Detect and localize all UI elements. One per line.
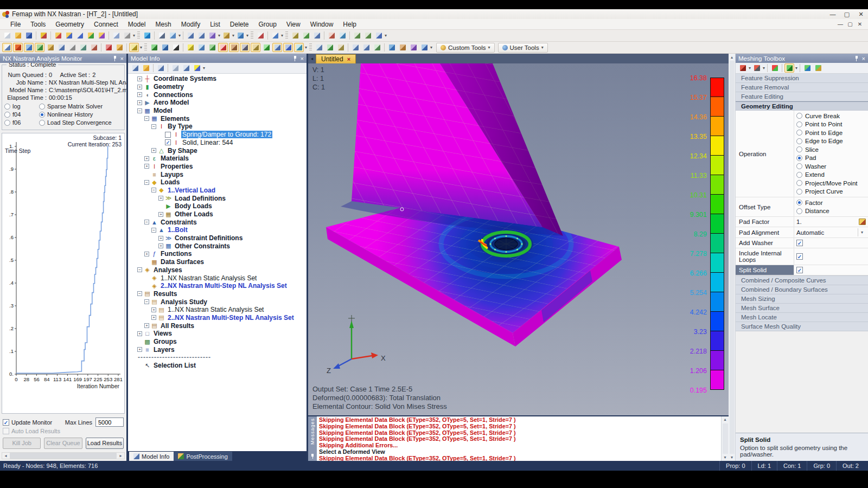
chevron-down-icon[interactable]: ▾: [385, 33, 387, 38]
tree-item[interactable]: ▩Groups: [128, 338, 307, 346]
kill-job-button[interactable]: Kill Job: [3, 438, 41, 449]
menu-mesh[interactable]: Mesh: [150, 20, 176, 29]
close-icon[interactable]: ×: [301, 56, 304, 61]
operation-option-washer[interactable]: Washer: [796, 162, 866, 171]
snap-grid-icon[interactable]: [312, 31, 322, 40]
tree-expander-icon[interactable]: +: [137, 100, 142, 105]
tree-item[interactable]: −IBy Type: [128, 123, 307, 131]
pane-program-icon[interactable]: [114, 43, 124, 52]
show-labels-icon[interactable]: [171, 43, 181, 52]
operation-option-extend[interactable]: Extend: [796, 171, 866, 179]
group-create-icon[interactable]: [352, 31, 362, 40]
menu-tools[interactable]: Tools: [25, 20, 50, 29]
tree-item[interactable]: ISpring/Damper to Ground: 172: [128, 131, 307, 139]
menu-delete[interactable]: Delete: [225, 20, 254, 29]
chevron-down-icon[interactable]: ▾: [858, 228, 866, 236]
pane-api-icon[interactable]: [104, 43, 113, 52]
tree-item[interactable]: −▦Model: [128, 107, 307, 115]
tree-expander-icon[interactable]: +: [158, 196, 163, 201]
user-tools-button[interactable]: User Tools ▾: [498, 43, 548, 53]
draw-solid-icon[interactable]: [229, 43, 239, 52]
view-style-icon[interactable]: [221, 31, 231, 40]
menu-list[interactable]: List: [205, 20, 225, 29]
import-model-icon[interactable]: [75, 31, 85, 40]
tree-expander-icon[interactable]: +: [137, 85, 142, 89]
show-entities-icon[interactable]: [149, 43, 159, 52]
pad-alignment-select[interactable]: Automatic▾: [794, 227, 868, 237]
section-combined-boundary-surfaces[interactable]: Combined / Boundary Surfaces: [736, 285, 868, 294]
scroll-right-icon[interactable]: ▸: [117, 453, 124, 458]
draw-csys-icon[interactable]: [261, 43, 271, 52]
mdi-close-icon[interactable]: ✕: [855, 21, 865, 27]
section-feature-editing[interactable]: Feature Editing: [736, 92, 868, 101]
pane-data-table-icon[interactable]: [24, 43, 34, 52]
pane-entity-editor-icon[interactable]: [67, 43, 77, 52]
tab-close-icon[interactable]: ×: [347, 56, 350, 62]
toolbox-export-icon[interactable]: [813, 63, 823, 73]
section-mesh-surface[interactable]: Mesh Surface: [736, 304, 868, 313]
pick-normal-icon[interactable]: [256, 31, 265, 40]
tree-item[interactable]: −◈Analyses: [128, 266, 307, 274]
radio-f06[interactable]: [4, 120, 10, 126]
toolbar-grip[interactable]: [144, 43, 147, 52]
pin-icon[interactable]: [113, 56, 117, 61]
tree-item[interactable]: ▦Data Surfaces: [128, 258, 307, 266]
workplane-icon[interactable]: [290, 31, 300, 40]
radio-log[interactable]: [4, 104, 10, 110]
chevron-down-icon[interactable]: ▾: [203, 66, 205, 70]
scroll-down-icon[interactable]: ▾: [724, 454, 726, 461]
post-deform-icon[interactable]: [398, 43, 407, 52]
tree-item[interactable]: −▤Results: [128, 290, 307, 298]
chevron-down-icon[interactable]: ▾: [133, 33, 135, 38]
tab-model-info[interactable]: Model Info: [129, 452, 174, 461]
split-solid-checkbox[interactable]: ✓: [796, 267, 803, 273]
chevron-down-icon[interactable]: ▾: [749, 66, 751, 70]
measure-angle-icon[interactable]: [337, 31, 347, 40]
draw-curve-icon[interactable]: [196, 43, 206, 52]
tree-item[interactable]: +ƒFunctions: [128, 250, 307, 258]
tree-expander-icon[interactable]: −: [151, 124, 156, 129]
pane-model-info-icon[interactable]: [2, 43, 12, 52]
chevron-down-icon[interactable]: ▾: [232, 33, 234, 38]
tree-item[interactable]: −▲1..Bolt: [128, 226, 307, 234]
chevron-down-icon[interactable]: ▾: [140, 45, 142, 50]
tree-item[interactable]: ↖Selection List: [128, 362, 307, 370]
menu-window[interactable]: Window: [305, 20, 339, 29]
tree-expand-folder-icon[interactable]: [141, 63, 151, 73]
toolbar-grip[interactable]: [309, 43, 312, 52]
tree-item[interactable]: +┼Coordinate Systems: [128, 75, 307, 83]
minimize-button[interactable]: —: [826, 9, 840, 19]
radio-load-step-convergence[interactable]: [39, 120, 45, 126]
pane-thermal-icon[interactable]: [89, 43, 99, 52]
viewport-tab-untitled[interactable]: Untitled ×: [316, 54, 356, 63]
view-cube-icon[interactable]: [207, 31, 217, 40]
operation-option-pad[interactable]: Pad: [796, 154, 866, 163]
post-contour-icon[interactable]: [387, 43, 397, 52]
messages-tab[interactable]: Messages: [308, 416, 317, 461]
draw-point-icon[interactable]: [186, 43, 195, 52]
toolbar-grip[interactable]: [285, 31, 288, 40]
tree-item[interactable]: +▤All Results: [128, 322, 307, 330]
clear-queue-button[interactable]: Clear Queue: [44, 438, 82, 449]
pane-data-surface-icon[interactable]: [78, 43, 88, 52]
tree-item[interactable]: ✓ISolid, Linear: 544: [128, 139, 307, 147]
zoom-window-icon[interactable]: [168, 31, 177, 40]
tree-expander-icon[interactable]: −: [144, 116, 149, 121]
print-icon[interactable]: [122, 31, 132, 40]
post-animate-icon[interactable]: [409, 43, 418, 52]
operation-option-edge-to-edge[interactable]: Edge to Edge: [796, 137, 866, 146]
close-icon[interactable]: ×: [862, 56, 865, 61]
menu-file[interactable]: File: [5, 20, 25, 29]
menu-connect[interactable]: Connect: [89, 20, 123, 29]
operation-option-point-to-edge[interactable]: Point to Edge: [796, 129, 866, 137]
view-iso-icon[interactable]: [361, 43, 371, 52]
pin-icon[interactable]: [310, 454, 315, 459]
snap-point-icon[interactable]: [301, 31, 311, 40]
graphics-view[interactable]: V: 1 L: 1 C: 1: [308, 63, 729, 415]
chevron-down-icon[interactable]: ▾: [763, 66, 765, 70]
operation-option-curve-break[interactable]: Curve Break: [796, 112, 866, 120]
import-analysis-icon[interactable]: [86, 31, 95, 40]
pin-icon[interactable]: [854, 56, 859, 61]
add-washer-checkbox[interactable]: ✓: [796, 240, 803, 246]
save-icon[interactable]: [24, 31, 34, 40]
